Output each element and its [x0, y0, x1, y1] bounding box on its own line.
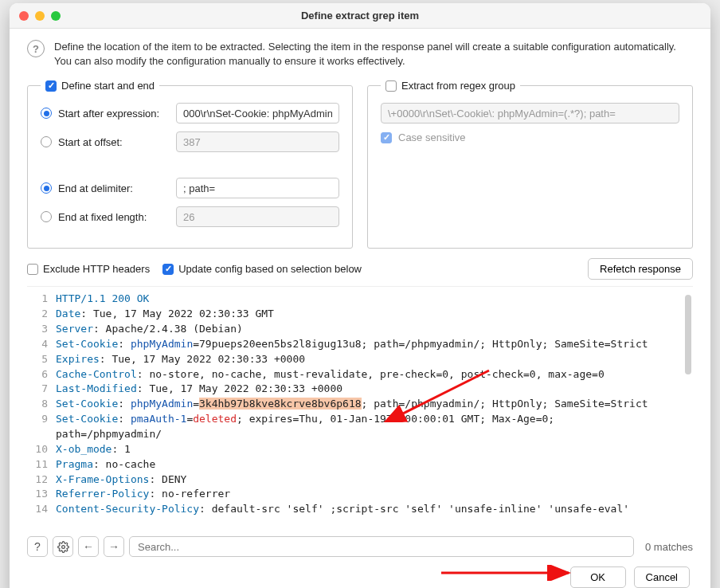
response-panel[interactable]: 1HTTP/1.1 200 OK2Date: Tue, 17 May 2022 … [27, 286, 693, 525]
ok-button[interactable]: OK [570, 566, 626, 588]
end-at-fixed-length-input[interactable] [176, 206, 339, 227]
refetch-response-button[interactable]: Refetch response [588, 258, 693, 280]
case-sensitive-label: Case sensitive [398, 131, 466, 143]
cancel-button[interactable]: Cancel [634, 566, 690, 588]
annotation-arrow-icon [441, 565, 585, 581]
dialog-window: Define extract grep item ? Define the lo… [10, 3, 710, 588]
update-config-checkbox[interactable] [162, 264, 174, 275]
next-match-button[interactable]: → [104, 536, 124, 557]
titlebar: Define extract grep item [10, 3, 710, 29]
extract-regex-legend: Extract from regex group [401, 80, 515, 92]
exclude-http-headers-checkbox[interactable] [27, 264, 38, 275]
scrollbar-thumb[interactable] [685, 295, 691, 374]
match-count: 0 matches [645, 541, 693, 553]
prev-match-button[interactable]: ← [78, 536, 99, 557]
update-config-label: Update config based on selection below [178, 263, 362, 275]
end-at-delimiter-input[interactable] [176, 178, 339, 198]
end-at-fixed-length-radio[interactable] [41, 211, 52, 222]
end-at-fixed-length-label: End at fixed length: [58, 211, 147, 223]
start-after-expression-input[interactable] [176, 103, 339, 123]
help-icon-small[interactable]: ? [27, 536, 48, 557]
case-sensitive-checkbox[interactable] [381, 132, 392, 143]
svg-point-1 [61, 546, 65, 549]
window-title: Define extract grep item [10, 10, 710, 22]
define-start-end-legend: Define start and end [61, 80, 155, 92]
define-start-end-panel: Define start and end Start after express… [27, 80, 353, 249]
exclude-http-headers-label: Exclude HTTP headers [43, 263, 150, 275]
start-at-offset-label: Start at offset: [58, 136, 123, 148]
help-icon[interactable]: ? [27, 40, 45, 57]
gear-icon[interactable] [53, 536, 73, 557]
define-start-end-checkbox[interactable] [45, 80, 57, 92]
start-after-expression-radio[interactable] [41, 108, 52, 119]
end-at-delimiter-label: End at delimiter: [58, 182, 133, 194]
extract-regex-checkbox[interactable] [385, 80, 397, 92]
extract-regex-panel: Extract from regex group Case sensitive [367, 80, 693, 249]
start-at-offset-radio[interactable] [41, 136, 52, 147]
search-input[interactable] [129, 536, 634, 557]
start-after-expression-label: Start after expression: [58, 108, 159, 120]
description-text: Define the location of the item to be ex… [54, 40, 693, 69]
start-at-offset-input[interactable] [176, 131, 339, 152]
end-at-delimiter-radio[interactable] [41, 182, 52, 194]
regex-input[interactable] [381, 103, 679, 123]
